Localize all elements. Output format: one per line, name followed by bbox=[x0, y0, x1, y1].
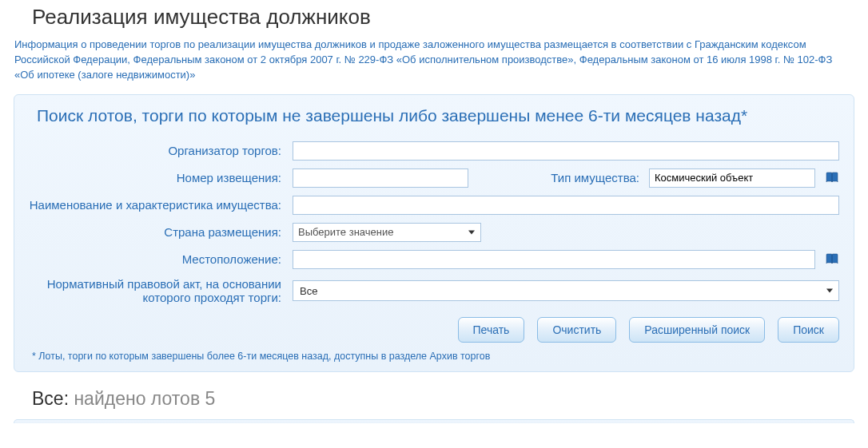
panel-heading: Поиск лотов, торги по которым не заверше… bbox=[29, 101, 839, 141]
intro-text: Информация о проведении торгов по реализ… bbox=[0, 38, 868, 89]
page-title: Реализация имущества должников bbox=[0, 0, 868, 38]
search-panel: Поиск лотов, торги по которым не заверше… bbox=[14, 94, 854, 373]
organizer-input[interactable] bbox=[293, 141, 839, 161]
label-organizer: Организатор торгов: bbox=[29, 144, 293, 157]
label-property-name: Наименование и характеристика имущества: bbox=[29, 198, 293, 212]
results-heading: Все: найдено лотов 5 bbox=[0, 372, 868, 419]
row-organizer: Организатор торгов: bbox=[29, 141, 839, 161]
label-country: Страна размещения: bbox=[29, 225, 293, 239]
country-select[interactable]: Выберите значение bbox=[293, 223, 481, 242]
row-country: Страна размещения: Выберите значение bbox=[29, 223, 839, 242]
book-icon[interactable] bbox=[825, 253, 839, 266]
clear-button[interactable]: Очистить bbox=[537, 317, 616, 343]
label-property-type: Тип имущества: bbox=[551, 171, 639, 184]
results-panel bbox=[14, 419, 854, 423]
results-prefix: Все: bbox=[32, 388, 69, 409]
property-type-input[interactable] bbox=[649, 168, 815, 188]
advanced-search-button[interactable]: Расширенный поиск bbox=[629, 317, 765, 343]
property-name-input[interactable] bbox=[293, 196, 839, 215]
row-property-name: Наименование и характеристика имущества: bbox=[29, 196, 839, 215]
label-location: Местоположение: bbox=[29, 252, 293, 266]
act-select[interactable]: Все bbox=[293, 280, 839, 301]
book-icon[interactable] bbox=[825, 172, 839, 184]
label-notice-number: Номер извещения: bbox=[29, 171, 293, 184]
print-button[interactable]: Печать bbox=[458, 317, 525, 343]
footnote: * Лоты, торги по которым завершены более… bbox=[29, 351, 839, 363]
notice-number-input[interactable] bbox=[293, 168, 468, 188]
row-act: Нормативный правовой акт, на основании к… bbox=[29, 277, 839, 305]
button-row: Печать Очистить Расширенный поиск Поиск bbox=[29, 312, 839, 351]
search-button[interactable]: Поиск bbox=[778, 317, 839, 343]
label-act: Нормативный правовой акт, на основании к… bbox=[29, 277, 293, 305]
row-location: Местоположение: bbox=[29, 250, 839, 269]
results-text: найдено лотов 5 bbox=[69, 388, 215, 409]
row-notice-number: Номер извещения: Тип имущества: bbox=[29, 168, 839, 188]
location-input[interactable] bbox=[293, 250, 815, 269]
